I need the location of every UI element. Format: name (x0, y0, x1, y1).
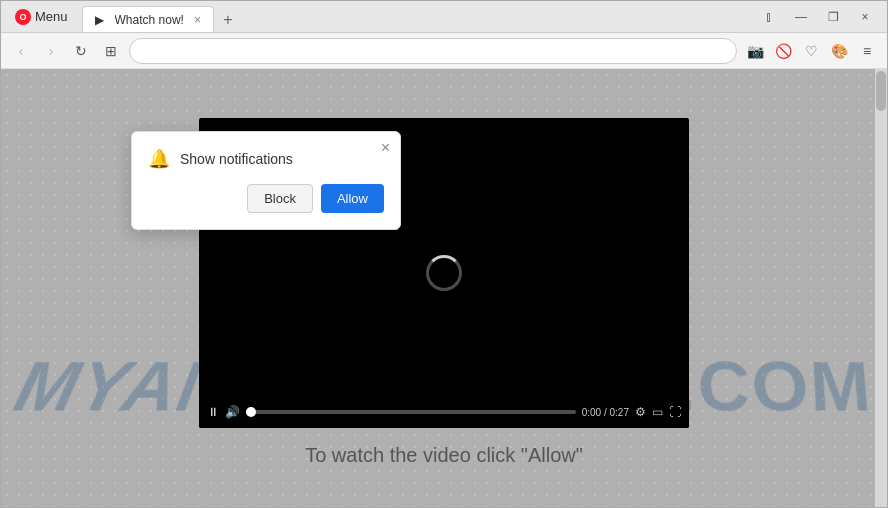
time-total: 0:27 (610, 407, 629, 418)
video-time: 0:00 / 0:27 (582, 407, 629, 418)
fullscreen-button[interactable]: ⛶ (669, 405, 681, 419)
heart-icon[interactable]: ♡ (799, 39, 823, 63)
instruction-text: To watch the video click "Allow" (305, 444, 583, 467)
popup-buttons: Block Allow (148, 184, 384, 213)
video-controls-right: ⚙ ▭ ⛶ (635, 405, 681, 419)
tabs-bar: ▶ Whatch now! × + (82, 1, 747, 32)
new-tab-button[interactable]: + (216, 8, 240, 32)
spinner (426, 255, 462, 291)
notification-row: 🔔 Show notifications (148, 148, 384, 170)
extensions-button[interactable]: ⊞ (99, 39, 123, 63)
browser-menu-icon[interactable]: ≡ (855, 39, 879, 63)
forward-button[interactable]: › (39, 39, 63, 63)
browser-window: O Menu ▶ Whatch now! × + ⫿ — ❐ × ‹ › ↻ ⊞… (0, 0, 888, 508)
scrollbar[interactable] (875, 69, 887, 507)
active-tab[interactable]: ▶ Whatch now! × (82, 6, 214, 32)
title-bar: O Menu ▶ Whatch now! × + ⫿ — ❐ × (1, 1, 887, 33)
fullscreen-icon: ⛶ (669, 405, 681, 419)
tab-close-button[interactable]: × (194, 13, 201, 27)
navigation-bar: ‹ › ↻ ⊞ 📷 🚫 ♡ 🎨 ≡ (1, 33, 887, 69)
play-pause-button[interactable]: ⏸ (207, 405, 219, 419)
close-button[interactable]: × (851, 7, 879, 27)
scrollbar-thumb[interactable] (876, 71, 886, 111)
settings-button[interactable]: ⚙ (635, 405, 646, 419)
popup-close-button[interactable]: × (381, 140, 390, 156)
nav-icons-right: 📷 🚫 ♡ 🎨 ≡ (743, 39, 879, 63)
allow-button[interactable]: Allow (321, 184, 384, 213)
mini-player-button[interactable]: ▭ (652, 405, 663, 419)
camera-icon[interactable]: 📷 (743, 39, 767, 63)
block-button[interactable]: Block (247, 184, 313, 213)
tab-title: Whatch now! (115, 13, 184, 27)
menu-label: Menu (35, 9, 68, 24)
back-button[interactable]: ‹ (9, 39, 33, 63)
restore-button[interactable]: ❐ (819, 7, 847, 27)
progress-bar[interactable] (246, 410, 576, 414)
reload-button[interactable]: ↻ (69, 39, 93, 63)
opera-logo: O (15, 9, 31, 25)
video-controls: ⏸ 🔊 0:00 / 0:27 ⚙ (199, 396, 689, 428)
time-current: 0:00 (582, 407, 601, 418)
volume-icon: 🔊 (225, 405, 240, 419)
pause-icon: ⏸ (207, 405, 219, 419)
window-controls: ⫿ — ❐ × (755, 7, 879, 27)
themes-icon[interactable]: 🎨 (827, 39, 851, 63)
minimize-button[interactable]: — (787, 7, 815, 27)
tab-favicon: ▶ (95, 13, 109, 27)
mini-icon: ▭ (652, 405, 663, 419)
volume-button[interactable]: 🔊 (225, 405, 240, 419)
video-loading-spinner (426, 255, 462, 291)
progress-thumb (246, 407, 256, 417)
page-content: MYANTISPYWARE.COM ⏸ 🔊 0:00 (1, 69, 887, 507)
instruction-label: To watch the video click "Allow" (305, 444, 583, 466)
notification-title: Show notifications (180, 151, 293, 167)
notification-bell-icon: 🔔 (148, 148, 170, 170)
notification-popup: × 🔔 Show notifications Block Allow (131, 131, 401, 230)
address-bar[interactable] (129, 38, 737, 64)
sidebar-toggle-button[interactable]: ⫿ (755, 7, 783, 27)
settings-icon: ⚙ (635, 405, 646, 419)
block-icon[interactable]: 🚫 (771, 39, 795, 63)
opera-menu-button[interactable]: O Menu (9, 7, 74, 27)
